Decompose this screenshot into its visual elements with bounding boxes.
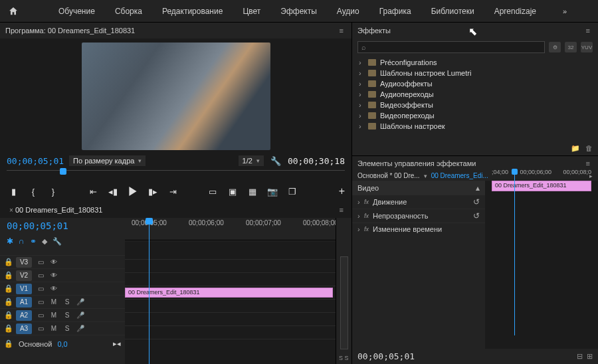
fx-badge-accel[interactable]: ⚙: [549, 42, 561, 52]
program-video-frame[interactable]: [82, 43, 270, 150]
delete-icon[interactable]: 🗑: [585, 144, 593, 153]
lock-icon[interactable]: 🔒: [4, 258, 12, 266]
fxctrl-motion-row[interactable]: ›fx Движение ↺: [352, 195, 485, 209]
camera-icon[interactable]: 📷: [266, 185, 279, 198]
snap-icon[interactable]: ✱: [7, 236, 13, 246]
effects-search-input[interactable]: [357, 41, 545, 53]
timeline-ruler[interactable]: 00;00;05;0000;00;06;0000;00;07;0000;00;0…: [125, 218, 336, 240]
effects-folder[interactable]: ›Préconfigurations: [356, 57, 594, 68]
video-track-header[interactable]: 🔒V2▭👁: [0, 268, 125, 282]
video-track-header[interactable]: 🔒V3▭👁: [0, 255, 125, 268]
mic-icon[interactable]: 🎤: [76, 325, 85, 332]
effects-folder[interactable]: ›Аудиоэффекты: [356, 78, 594, 89]
lock-icon[interactable]: 🔒: [4, 311, 12, 319]
fx-badge-yuv[interactable]: YUV: [581, 42, 593, 52]
export-frame-icon[interactable]: ▦: [246, 185, 259, 198]
reset-icon[interactable]: ↺: [473, 211, 480, 221]
workspace-tab[interactable]: Графика: [370, 3, 421, 20]
fxctrl-time-row[interactable]: ›fx Изменение времени: [352, 223, 485, 235]
zoom-in-icon[interactable]: ⊞: [587, 352, 593, 360]
toggle-output-icon[interactable]: ▭: [36, 312, 45, 319]
master-value[interactable]: 0,0: [57, 340, 67, 348]
audio-track-header[interactable]: 🔒A1▭MS🎤: [0, 295, 125, 308]
video-track-header[interactable]: 🔒V1▭👁: [0, 282, 125, 295]
step-fwd-icon[interactable]: ▮▸: [146, 185, 159, 198]
workspace-more[interactable]: »: [556, 5, 573, 18]
toggle-output-icon[interactable]: ▭: [36, 258, 45, 266]
effects-folder[interactable]: ›Видеоэффекты: [356, 100, 594, 110]
fxctrl-playhead[interactable]: [514, 169, 515, 335]
step-back-icon[interactable]: ◂▮: [106, 185, 120, 198]
extract-icon[interactable]: ▣: [226, 185, 239, 198]
timeline-tracks[interactable]: 00;00;05;0000;00;06;0000;00;07;0000;00;0…: [125, 218, 336, 364]
link-icon[interactable]: ⚭: [30, 236, 37, 246]
timeline-panel-menu[interactable]: ≡: [337, 205, 346, 215]
program-panel-menu[interactable]: ≡: [337, 25, 346, 36]
fxctrl-clip[interactable]: 00 Dreamers_Edit_180831: [492, 181, 591, 191]
eye-icon[interactable]: 👁: [49, 285, 58, 292]
program-scrub-bar[interactable]: [7, 170, 345, 179]
compare-icon[interactable]: ❐: [286, 185, 299, 198]
lift-icon[interactable]: ▭: [206, 185, 219, 198]
add-button-icon[interactable]: +: [339, 185, 345, 197]
workspace-tab[interactable]: Аудио: [328, 3, 369, 20]
fxctrl-sequence-link[interactable]: 00 Dreamers_Edi...: [431, 172, 488, 179]
workspace-tab[interactable]: Цвет: [233, 3, 270, 20]
workspace-tab[interactable]: Сборка: [106, 3, 151, 20]
fxctrl-opacity-row[interactable]: ›fx Непрозрачность ↺: [352, 209, 485, 223]
go-out-icon[interactable]: ⇥: [166, 185, 179, 198]
timeline-tab[interactable]: 00 Dreamers_Edit_180831: [15, 206, 102, 214]
wrench-icon[interactable]: 🔧: [269, 154, 282, 167]
play-icon[interactable]: [126, 185, 140, 198]
toggle-output-icon[interactable]: ▭: [36, 285, 45, 292]
toggle-output-icon[interactable]: ▭: [36, 325, 45, 332]
reset-icon[interactable]: ↺: [473, 197, 480, 207]
workspace-tab[interactable]: Библиотеки: [422, 3, 484, 20]
settings-icon[interactable]: 🔧: [52, 237, 62, 246]
eye-icon[interactable]: 👁: [49, 258, 58, 266]
home-button[interactable]: [4, 3, 23, 19]
workspace-tab[interactable]: Aprendizaje: [485, 3, 546, 20]
go-in-icon[interactable]: ⇤: [86, 185, 100, 198]
rec-icon[interactable]: ▸◂: [113, 339, 121, 348]
mic-icon[interactable]: 🎤: [76, 312, 85, 319]
workspace-tab[interactable]: Эффекты: [271, 3, 326, 20]
fx-badge-32bit[interactable]: 32: [565, 42, 577, 52]
lock-icon[interactable]: 🔒: [4, 298, 12, 306]
fxctrl-timeline[interactable]: ;04;00 00;00;06;00 00;00;08;0 00 Dreamer…: [485, 181, 598, 349]
timeline-playhead[interactable]: [149, 218, 150, 364]
mic-icon[interactable]: 🎤: [76, 298, 85, 306]
magnet-icon[interactable]: ∩: [19, 236, 25, 246]
eye-icon[interactable]: 👁: [49, 272, 58, 279]
workspace-tab[interactable]: Обучение: [49, 3, 104, 20]
mark-open-icon[interactable]: {: [27, 185, 40, 198]
effects-folder[interactable]: ›Шаблоны настроек Lumetri: [356, 68, 594, 78]
zoom-fit-dropdown[interactable]: По размеру кадра▾: [69, 155, 146, 166]
program-tc-in[interactable]: 00;00;05;01: [7, 156, 64, 166]
fxctrl-source[interactable]: Основной * 00 Dre...: [357, 172, 420, 179]
effects-folder[interactable]: ›Шаблоны настроек: [356, 121, 594, 132]
timeline-tc[interactable]: 00;00;05;01: [0, 218, 125, 232]
fxctrl-panel-menu[interactable]: ≡: [583, 158, 593, 169]
lock-icon[interactable]: 🔒: [4, 324, 12, 333]
audio-track-header[interactable]: 🔒A3▭MS🎤: [0, 321, 125, 335]
mark-close-icon[interactable]: }: [47, 185, 60, 198]
mark-in-icon[interactable]: ▮: [7, 185, 20, 198]
workspace-tab[interactable]: Редактирование: [153, 3, 232, 20]
new-bin-icon[interactable]: 📁: [571, 144, 580, 153]
collapse-icon[interactable]: ▴: [476, 183, 480, 193]
lock-icon[interactable]: 🔒: [4, 339, 13, 348]
effects-folder[interactable]: ›Аудиопереходы: [356, 89, 594, 100]
lock-icon[interactable]: 🔒: [4, 284, 12, 293]
toggle-output-icon[interactable]: ▭: [36, 272, 45, 279]
lock-icon[interactable]: 🔒: [4, 271, 12, 280]
marker-icon[interactable]: ◆: [42, 237, 47, 246]
zoom-out-icon[interactable]: ⊟: [577, 352, 583, 360]
audio-track-header[interactable]: 🔒A2▭MS🎤: [0, 308, 125, 321]
effects-panel-menu[interactable]: ≡: [583, 25, 593, 36]
tab-close-icon[interactable]: ×: [9, 207, 13, 214]
effects-folder[interactable]: ›Видеопереходы: [356, 110, 594, 121]
playback-res-dropdown[interactable]: 1/2▾: [239, 155, 264, 166]
toggle-output-icon[interactable]: ▭: [36, 298, 45, 306]
fxctrl-tc[interactable]: 00;00;05;01: [357, 351, 415, 361]
